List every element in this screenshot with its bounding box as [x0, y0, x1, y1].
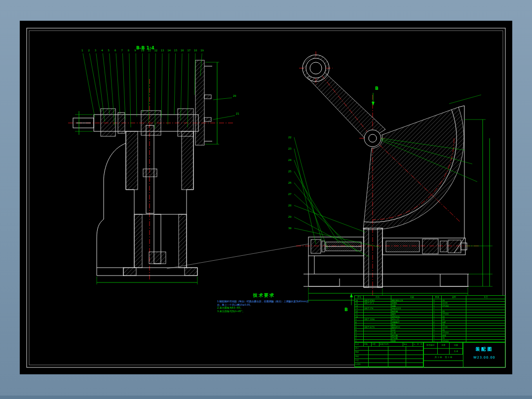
sheet-number: 第 1 张 [445, 355, 453, 360]
bom-rows: 16GB/T 5783螺栓M8×2543515GB/T 97.1垫圈84Q235… [355, 299, 505, 342]
svg-text:20: 20 [233, 94, 236, 97]
svg-text:7: 7 [121, 49, 122, 52]
svg-text:27: 27 [288, 193, 292, 196]
tech-requirement-item: 1.蜗轮蜗杆传动副（啮合）经跑合磨合后，齿面接触（斑点）上接触长度为40mm左右… [217, 300, 311, 306]
svg-text:30: 30 [288, 227, 292, 230]
section-letter-top: B [375, 86, 379, 91]
section-letter-bottom: B [344, 307, 348, 312]
tech-requirement-item: 3.未注倒角均为2×45°。 [217, 310, 311, 313]
tech-requirements: 技术要求 1.蜗轮蜗杆传动副（啮合）经跑合磨合后，齿面接触（斑点）上接触长度为4… [217, 292, 311, 313]
svg-text:9: 9 [134, 49, 136, 52]
bom-header-row: 序号代号名称数量材料备注 [355, 296, 505, 299]
svg-text:14: 14 [167, 49, 171, 52]
scale-label: 比例 [450, 343, 463, 348]
svg-text:8: 8 [128, 49, 129, 52]
page-bottom-strip [0, 396, 532, 399]
title-block-sign-area: 标记处数分区更改文件号签名年、月、日设计校核审核工艺标准化批准 [355, 343, 424, 368]
stage-value [424, 349, 438, 354]
stage-label: 阶段标记 [424, 343, 438, 348]
svg-text:22: 22 [288, 136, 292, 139]
svg-text:2: 2 [88, 49, 89, 52]
svg-text:28: 28 [288, 204, 292, 207]
svg-text:12: 12 [154, 49, 157, 52]
svg-text:26: 26 [288, 181, 292, 184]
title-block-name-area: 装配图 W23.00.00 [463, 343, 505, 368]
parts-and-title-block: 序号代号名称数量材料备注 16GB/T 5783螺栓M8×2543515GB/T… [354, 295, 505, 367]
svg-text:4: 4 [101, 49, 103, 52]
title-block-scale-area: 阶段标记 质量 比例 1:4 共 1 张 第 1 张 [424, 343, 463, 368]
sheet-total: 共 1 张 [435, 355, 442, 360]
drawing-canvas: B-B 1:4 12345678910111213141516171819 20… [20, 21, 512, 374]
svg-text:10: 10 [141, 49, 145, 52]
left-section-view: B-B 1:4 12345678910111213141516171819 20… [68, 45, 308, 284]
tech-requirements-list: 1.蜗轮蜗杆传动副（啮合）经跑合磨合后，齿面接触（斑点）上接触长度为40mm左右… [217, 300, 311, 313]
right-main-view: B B 222324252627282930 [288, 51, 493, 312]
svg-text:5: 5 [108, 49, 110, 52]
title-block: 标记处数分区更改文件号签名年、月、日设计校核审核工艺标准化批准 阶段标记 质量 … [355, 342, 505, 368]
svg-text:23: 23 [288, 147, 292, 150]
svg-text:11: 11 [148, 49, 151, 52]
svg-text:1: 1 [81, 49, 83, 52]
weight-value [438, 349, 450, 354]
svg-text:21: 21 [236, 112, 239, 115]
svg-text:15: 15 [174, 49, 178, 52]
bom-table: 序号代号名称数量材料备注 16GB/T 5783螺栓M8×2543515GB/T… [355, 296, 505, 342]
svg-text:17: 17 [187, 49, 190, 52]
drawing-name: 装配图 [463, 346, 505, 353]
tech-requirements-title: 技术要求 [217, 292, 311, 299]
bom-row: 1底座1HT200 [355, 340, 505, 342]
drawing-number: W23.00.00 [463, 356, 505, 359]
svg-text:29: 29 [288, 215, 292, 218]
view-label: B-B 1:4 [136, 45, 154, 50]
svg-text:3: 3 [95, 49, 96, 52]
svg-text:24: 24 [288, 159, 292, 161]
scale-value: 1:4 [450, 349, 463, 354]
svg-text:13: 13 [161, 49, 164, 52]
svg-text:19: 19 [200, 49, 204, 52]
svg-text:16: 16 [181, 49, 184, 52]
svg-text:25: 25 [288, 170, 292, 173]
weight-label: 质量 [438, 343, 450, 348]
svg-text:6: 6 [114, 49, 116, 52]
cad-preview-page: { "labels": { "view": "B-B 1:4", "sectio… [0, 0, 532, 399]
svg-text:18: 18 [194, 49, 197, 52]
